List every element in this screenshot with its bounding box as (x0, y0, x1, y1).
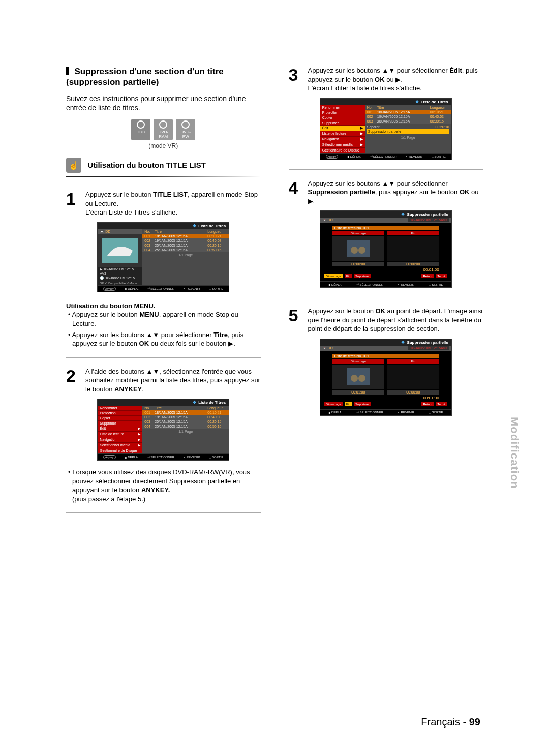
menu-usage-block: Utilisation du bouton MENU. Appuyez sur … (66, 301, 261, 348)
exit-hint: ⊡SORTIE (432, 155, 446, 158)
updown-arrow-icon (382, 67, 395, 74)
ui-table-header: No.TitreLongueur (365, 105, 451, 110)
step-body: Appuyez sur le bouton OK au point de dép… (308, 307, 483, 334)
rec-badge: 18/JAN/2005 12:15AV3 (408, 218, 449, 222)
menu-item: Gestionnaire de Disque (98, 448, 142, 453)
menu-item: Édit▶ (98, 426, 142, 432)
ui-table-row: 00219/JAN/2005 12:15A00:40:03 (142, 415, 229, 419)
pd-times: 00:01:0000:00:00 (332, 390, 439, 395)
ui-page-indicator: 1/1 Page (142, 429, 229, 434)
ui-footer: Anykey ◆DÉPLA. ⏎SÉLECTIONNER ↶REVENIR ⊡S… (98, 285, 229, 292)
right-arrow-icon (395, 76, 401, 83)
exit-hint: ⊡SORTIE (429, 283, 443, 286)
right-arrow-icon (228, 340, 233, 347)
media-icons: HDD DVD-RAM DVD-RW (66, 119, 261, 140)
ui-subheader: 📼 DD 18/JAN/2005 12:15AV3 (320, 346, 451, 351)
svg-point-2 (351, 247, 358, 254)
divider (66, 357, 261, 358)
ui-table-row: 00425/JAN/2005 12:15A00:50:16 (142, 424, 229, 429)
diamond-icon: ❖ (401, 340, 405, 345)
anykey-icon: Anykey (103, 455, 115, 459)
menu-bullet-1: Appuyez sur le bouton MENU, appareil en … (66, 310, 261, 328)
ui-header: ❖Liste de Titres (98, 399, 229, 406)
select-hint: ⏎SÉLECTIONNER (147, 456, 174, 459)
step-body: Appuyez sur le bouton TITLE LIST, appare… (85, 190, 261, 217)
exit-hint: ⊡SORTIE (209, 287, 223, 290)
pd-thumbs (332, 365, 439, 389)
updown-arrow-icon (146, 331, 159, 339)
ui-table-row: 00219/JAN/2005 12:15A00:40:03 (142, 238, 229, 243)
pd-btn: Supprimer (354, 402, 371, 406)
updown-arrow-icon (146, 368, 160, 375)
menu-item: Sélectionner média▶ (98, 443, 142, 448)
menu-item-selected: Édit▶ (320, 126, 365, 131)
ui-subheader: 📼 DD 18/JAN/2005 12:15AV3 (320, 218, 451, 223)
pd-btn: Démarrage (324, 274, 343, 278)
pd-controls: Démarrage Fin Supprimer Retour Termi. (324, 274, 447, 278)
pd-btn: Retour (421, 402, 434, 406)
otters-icon (347, 240, 370, 257)
ui-context-menu: Renommer Protection Copier Supprimer Édi… (320, 105, 365, 153)
subsection-wrap: ☝ Utilisation du bouton TITLE LIST (66, 158, 261, 173)
fade-rule (66, 176, 261, 177)
pd-labels: DémarrageFin (332, 359, 439, 364)
svg-rect-1 (347, 240, 370, 257)
pd-list-title: Liste de titres No. 001 (332, 354, 439, 358)
ui-table-row: 00219/JAN/2005 12:15A00:40:03 (365, 114, 451, 119)
pd-controls: Démarrage Fin Supprimer Retour Termi. (324, 402, 447, 406)
diamond-icon: ❖ (193, 400, 196, 405)
pd-btn: Retour (421, 274, 434, 278)
step-body: Appuyez sur les boutons pour sélectionne… (308, 179, 483, 206)
divider (289, 297, 483, 297)
pd-btn: Fin (345, 402, 352, 406)
menu-item: Renommer (320, 105, 365, 110)
ui-table-row: 00118/JAN/2005 12:15A00:10:21 (142, 234, 229, 238)
menu-item: Copier (98, 416, 142, 421)
section-title-wrap: Suppression d'une section d'un titre (su… (66, 66, 261, 88)
ui-footer: Anykey ◆DÉPLA. ⏎SÉLECTIONNER ↶REVENIR ⊡S… (320, 153, 451, 160)
ui-table-header: No.TitreLongueur (142, 406, 229, 410)
move-hint: ◆DÉPLA. (125, 456, 138, 459)
svg-point-3 (358, 247, 365, 254)
svg-point-5 (351, 375, 358, 382)
submenu-item: Séparer00:50:16 (367, 125, 449, 129)
ui-table-row: 00118/JAN/2005 12:15A00:10:21 (142, 410, 229, 415)
step-number: 1 (66, 190, 80, 217)
ui-table-row: 00320/JAN/2005 12:15A00:20:15 (142, 243, 229, 248)
ui-footer: Anykey ◆DÉPLA. ⏎SÉLECTIONNER ↶REVENIR ⊡S… (98, 453, 229, 460)
hand-icon: ☝ (66, 158, 81, 173)
pd-thumb-start (332, 365, 384, 389)
ui-header: ❖Suppression partielle (320, 211, 451, 218)
ui-page-indicator: 1/1 Page (365, 135, 451, 140)
dvd-rw-icon: DVD-RW (176, 119, 195, 140)
dvd-ram-icon: DVD-RAM (154, 119, 173, 140)
pd-btn: Démarrage (324, 402, 343, 406)
note-anykey: Lorsque vous utilisez des disques DVD-RA… (66, 468, 261, 503)
ui-footer: ◆DÉPLA. ⏎SÉLECTIONNER ↶REVENIR ⊡SORTIE (320, 409, 451, 415)
diamond-icon: ❖ (401, 212, 405, 217)
intro-text: Suivez ces instructions pour supprimer u… (66, 94, 261, 113)
ui-header: ❖Liste de Titres (320, 99, 451, 105)
menu-item: Supprimer (98, 421, 142, 426)
right-column: 3 Appuyez sur les boutons pour sélection… (289, 66, 483, 522)
ui-info-3: SP ✓ Compatibilité V-Mode (98, 281, 142, 285)
anykey-icon: Anykey (326, 155, 338, 159)
section-bar-icon (66, 67, 69, 75)
return-hint: ↶REVENIR (398, 411, 414, 414)
menu-usage-title: Utilisation du bouton MENU. (66, 301, 261, 311)
menu-item: Copier (320, 115, 365, 120)
anykey-icon: Anykey (103, 287, 115, 291)
divider (289, 169, 483, 170)
step-number: 3 (289, 66, 303, 93)
ui-page-indicator: 1/1 Page (142, 252, 229, 258)
ui-edit-menu: ❖Liste de Titres Renommer Protection Cop… (320, 98, 452, 160)
return-hint: ↶REVENIR (184, 287, 200, 290)
move-hint: ◆DÉPLA. (125, 287, 138, 290)
ui-footer: ◆DÉPLA. ⏎SÉLECTIONNER ↶REVENIR ⊡SORTIE (320, 281, 451, 287)
side-tab: Modification (508, 417, 521, 489)
diamond-icon: ❖ (415, 100, 419, 104)
ui-table-row: 00118/JAN/2005 12:15A00:10:21 (365, 110, 451, 114)
page-columns: Suppression d'une section d'un titre (su… (66, 66, 483, 522)
step-3: 3 Appuyez sur les boutons pour sélection… (289, 66, 483, 93)
mode-note: (mode VR) (66, 142, 261, 149)
